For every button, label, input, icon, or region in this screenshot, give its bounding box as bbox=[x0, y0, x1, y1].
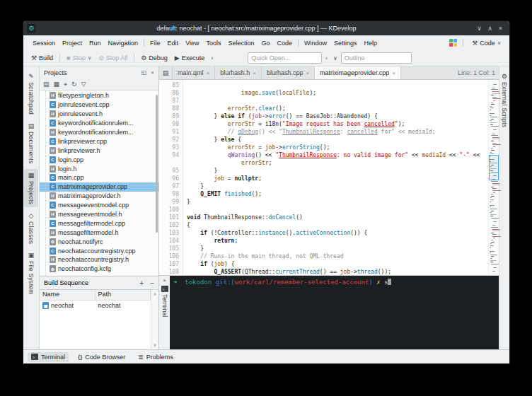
close-panel-icon[interactable]: × bbox=[151, 69, 154, 76]
execute-button[interactable]: ▶ Execute bbox=[172, 53, 207, 63]
sidebar-tab-documents[interactable]: ▤Documents bbox=[24, 120, 38, 167]
project-file-item[interactable]: Clinkpreviewer.cpp bbox=[40, 136, 158, 146]
minimap-line bbox=[492, 88, 496, 88]
minimap-line bbox=[490, 113, 495, 114]
nav-dropdown-button[interactable]: ∨ bbox=[331, 54, 340, 63]
project-file-item[interactable]: Hmessagefiltermodel.h bbox=[40, 228, 158, 237]
tab-close-icon[interactable]: × bbox=[306, 70, 309, 76]
project-file-item[interactable]: Hlinkpreviewer.h bbox=[40, 146, 158, 155]
statusbar-toggle-terminal[interactable]: >_Terminal bbox=[28, 352, 69, 362]
targets-icon[interactable]: ▦ bbox=[54, 81, 60, 88]
minimize-button[interactable]: ∨ bbox=[474, 25, 485, 32]
overview-icon[interactable]: ▤ bbox=[43, 81, 50, 88]
code-editor[interactable]: 8586878889909192939495969798991001011021… bbox=[159, 80, 499, 275]
project-file-item[interactable]: Cmatriximageprovider.cpp bbox=[40, 182, 158, 192]
project-file-item[interactable]: ⚙neochatconfig.kcfg bbox=[40, 264, 158, 274]
editor-tab-blurhash-h[interactable]: blurhash.h× bbox=[215, 66, 262, 79]
statusbar-toggle-problems[interactable]: ≣Problems bbox=[134, 352, 177, 362]
code-line: // Runs in the main thread, not QML thre… bbox=[187, 252, 488, 260]
build-sequence-main: NamePath ▦neochatneochat bbox=[40, 290, 151, 349]
menu-item-selection[interactable]: Selection bbox=[225, 37, 258, 49]
add-button[interactable]: + bbox=[139, 279, 144, 287]
menu-item-code[interactable]: Code bbox=[274, 37, 296, 49]
nav-back-button[interactable]: ‹ bbox=[323, 54, 330, 63]
projects-scrollbar[interactable] bbox=[156, 95, 158, 233]
editor-tab-main-qml[interactable]: main.qml× bbox=[173, 66, 215, 79]
sidebar-tab-external-scripts[interactable]: ⚙External Scripts bbox=[499, 70, 509, 130]
menu-item-window[interactable]: Window bbox=[301, 37, 330, 49]
project-file-item[interactable]: Hkeywordnotificationrulem... bbox=[40, 128, 158, 137]
build-button[interactable]: ⚒ Build bbox=[28, 53, 56, 63]
menubar: SessionProjectRunNavigationFileEditViewT… bbox=[23, 35, 509, 50]
session-grid-icon[interactable] bbox=[449, 39, 457, 47]
stop-all-button[interactable]: ⊘ Stop All bbox=[96, 53, 130, 63]
build-sequence-row[interactable]: ▦neochatneochat bbox=[40, 301, 151, 310]
project-file-item[interactable]: Cneochataccountregistry.cpp bbox=[40, 246, 158, 255]
menu-item-settings[interactable]: Settings bbox=[330, 37, 361, 49]
project-file-item[interactable]: Hjoinrulesevent.h bbox=[40, 110, 158, 119]
editor-tab-matriximageprovider-cpp[interactable]: matriximageprovider.cpp× bbox=[315, 66, 401, 79]
project-file-item[interactable]: Hfiletypesingleton.h bbox=[40, 91, 158, 100]
minimap-viewport[interactable] bbox=[489, 155, 499, 180]
menu-item-file[interactable]: File bbox=[146, 37, 164, 49]
project-file-item[interactable]: Cmessagefiltermodel.cpp bbox=[40, 219, 158, 228]
minimap-line bbox=[492, 188, 497, 189]
menu-item-go[interactable]: Go bbox=[258, 37, 274, 49]
refresh-icon[interactable]: ↻ bbox=[71, 81, 77, 88]
sidebar-tab-file-system[interactable]: ▣File System bbox=[24, 249, 38, 298]
sidebar-tab-classes[interactable]: ◇Classes bbox=[24, 209, 38, 247]
float-panel-icon[interactable]: ◱ bbox=[141, 69, 147, 76]
menu-item-tools[interactable]: Tools bbox=[202, 37, 224, 49]
menu-item-view[interactable]: View bbox=[182, 37, 202, 49]
tab-close-icon[interactable]: × bbox=[207, 70, 210, 76]
menu-item-run[interactable]: Run bbox=[86, 37, 105, 49]
project-file-item[interactable]: Clogin.cpp bbox=[40, 155, 158, 164]
editor-tab-blurhash-cpp[interactable]: blurhash.cpp× bbox=[262, 66, 315, 79]
project-file-item[interactable]: Hneochataccountregistry.h bbox=[40, 255, 158, 264]
project-file-item[interactable]: Hmessageeventmodel.h bbox=[40, 210, 158, 219]
minimap-scrollbar[interactable] bbox=[488, 80, 499, 275]
project-file-item[interactable]: Cmain.cpp bbox=[40, 173, 158, 182]
menu-item-help[interactable]: Help bbox=[361, 37, 381, 49]
code-token: -> bbox=[262, 113, 269, 120]
close-button[interactable]: × bbox=[495, 25, 506, 32]
project-file-item[interactable]: Ckeywordnotificationrulem... bbox=[40, 119, 158, 128]
menu-item-navigation[interactable]: Navigation bbox=[105, 37, 142, 49]
terminal-output[interactable]: ➜ tokodon git:(work/carl/remember-select… bbox=[170, 276, 499, 349]
tab-close-icon[interactable]: × bbox=[253, 70, 256, 76]
maximize-button[interactable]: ∧ bbox=[485, 25, 495, 32]
close-terminal-icon[interactable]: × bbox=[163, 277, 166, 284]
quick-open-input[interactable] bbox=[248, 52, 322, 64]
toolbar-overflow-button[interactable]: › bbox=[209, 54, 215, 62]
project-file-item[interactable]: Cjoinrulesevent.cpp bbox=[40, 100, 158, 110]
stop-button[interactable]: ■ Stop ∨ bbox=[64, 53, 94, 63]
tab-close-icon[interactable]: × bbox=[392, 70, 395, 76]
locate-icon[interactable]: ⌖ bbox=[64, 81, 67, 88]
grid-square bbox=[453, 39, 457, 42]
menu-item-session[interactable]: Session bbox=[29, 37, 59, 49]
menu-item-project[interactable]: Project bbox=[59, 37, 86, 49]
menu-item-edit[interactable]: Edit bbox=[164, 37, 183, 49]
project-file-list[interactable]: Hfiletypesingleton.hCjoinrulesevent.cppH… bbox=[40, 91, 158, 276]
project-file-item[interactable]: Cmessageeventmodel.cpp bbox=[40, 201, 158, 210]
move-up-button[interactable]: ∧ bbox=[153, 291, 156, 297]
filter-icon[interactable]: ▽ bbox=[81, 81, 86, 88]
prompt-segment: s bbox=[381, 279, 388, 286]
statusbar-toggle-code-browser[interactable]: {}Code Browser bbox=[74, 352, 129, 362]
remove-button[interactable]: − bbox=[150, 279, 154, 287]
code-text-area[interactable]: image.save(localFile); errorStr.clear();… bbox=[183, 80, 488, 275]
sidebar-tab-projects[interactable]: ▦Projects bbox=[24, 169, 38, 207]
outline-input[interactable] bbox=[341, 52, 412, 64]
document-switcher-icon[interactable]: ▤ bbox=[159, 66, 173, 79]
minimap-line bbox=[490, 269, 498, 270]
sidebar-tab-scratchpad[interactable]: ✎Scratchpad bbox=[24, 70, 38, 117]
area-switcher-button[interactable]: ⚒ Code ∨ bbox=[469, 38, 504, 48]
project-file-item[interactable]: Hmatriximageprovider.h bbox=[40, 192, 158, 201]
code-line: errorStr.clear(); bbox=[187, 105, 488, 112]
move-down-button[interactable]: ∨ bbox=[153, 342, 156, 348]
titlebar[interactable]: ⚙ default: neochat - [ neochat:src/matri… bbox=[23, 21, 509, 35]
project-file-item[interactable]: ⚙neochat.notifyrc bbox=[40, 237, 158, 246]
build-sequence-panel: Build Sequence + − NamePath ▦neochatneoc… bbox=[40, 276, 158, 349]
project-file-item[interactable]: Hlogin.h bbox=[40, 164, 158, 173]
debug-button[interactable]: ⚙ Debug bbox=[138, 53, 170, 63]
